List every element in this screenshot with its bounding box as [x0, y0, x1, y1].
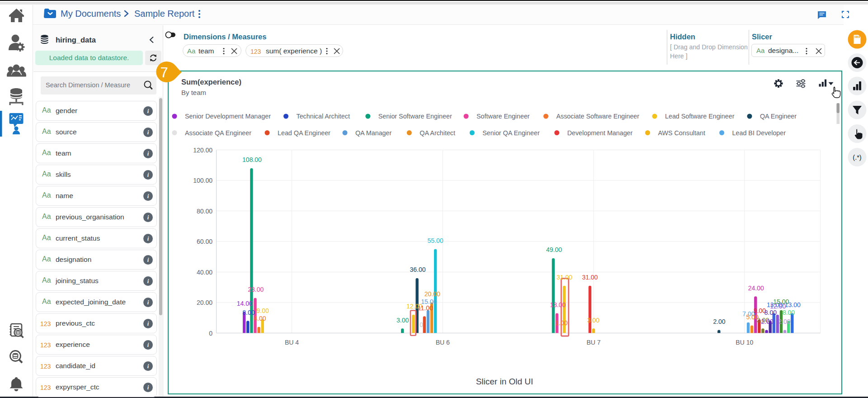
svg-text:Associate QA Engineer: Associate QA Engineer	[185, 129, 251, 137]
svg-text:40.00: 40.00	[197, 269, 212, 276]
svg-text:BU 7: BU 7	[586, 339, 600, 346]
svg-text:9.00: 9.00	[257, 307, 269, 314]
svg-text:60.00: 60.00	[197, 238, 212, 245]
svg-text:2.00: 2.00	[778, 318, 790, 325]
svg-text:QA Architect: QA Architect	[420, 129, 455, 137]
svg-text:0: 0	[420, 321, 423, 328]
svg-text:13.00: 13.00	[785, 301, 801, 308]
svg-text:3.00: 3.00	[587, 317, 599, 324]
svg-text:8.00: 8.00	[242, 309, 255, 316]
svg-text:Senior Software Engineer: Senior Software Engineer	[378, 113, 452, 120]
svg-text:24.00: 24.00	[748, 284, 764, 292]
svg-text:13.00: 13.00	[550, 301, 566, 308]
svg-text:Sum(experience): Sum(experience)	[181, 78, 241, 86]
svg-text:Technical Architect: Technical Architect	[297, 113, 350, 120]
svg-text:BU 4: BU 4	[285, 339, 299, 346]
svg-text:Associate Software Engineer: Associate Software Engineer	[557, 113, 640, 120]
svg-text:Senior Development Manager: Senior Development Manager	[185, 113, 271, 120]
svg-text:QA Engineer: QA Engineer	[760, 113, 797, 120]
svg-text:Lead Software Engineer: Lead Software Engineer	[665, 113, 735, 120]
svg-text:20.00: 20.00	[425, 290, 440, 298]
svg-text:Senior QA Engineer: Senior QA Engineer	[482, 129, 540, 137]
svg-text:14.00: 14.00	[237, 300, 253, 307]
svg-text:(.*): (.*)	[853, 154, 861, 161]
svg-text:2.00: 2.00	[713, 318, 725, 325]
svg-text:By team: By team	[181, 89, 206, 96]
svg-text:Slicer in Old UI: Slicer in Old UI	[476, 377, 533, 386]
svg-text:23.00: 23.00	[248, 286, 264, 293]
svg-text:2.00: 2.00	[761, 318, 774, 325]
svg-text:36.00: 36.00	[410, 266, 425, 273]
svg-text:BU 10: BU 10	[736, 339, 753, 346]
svg-text:8.00: 8.00	[783, 309, 795, 316]
svg-text:Software Engineer: Software Engineer	[476, 113, 530, 120]
svg-text:80.00: 80.00	[197, 208, 212, 215]
svg-text:15.00: 15.00	[421, 298, 437, 305]
svg-text:7: 7	[160, 65, 168, 81]
svg-text:3.00: 3.00	[396, 317, 409, 324]
svg-text:QA Manager: QA Manager	[355, 129, 392, 137]
svg-text:108.00: 108.00	[242, 156, 262, 163]
svg-text:100.00: 100.00	[193, 177, 212, 184]
svg-text:Lead QA Engineer: Lead QA Engineer	[278, 129, 330, 137]
svg-text:4.00: 4.00	[254, 315, 266, 322]
svg-text:31.00: 31.00	[582, 274, 598, 281]
svg-text:49.00: 49.00	[546, 246, 562, 253]
svg-text:AWS Consultant: AWS Consultant	[658, 129, 705, 137]
svg-text:31.00: 31.00	[557, 274, 572, 281]
svg-text:Lead BI Developer: Lead BI Developer	[732, 129, 786, 137]
svg-text:0: 0	[209, 330, 212, 337]
svg-text:55.00: 55.00	[428, 237, 443, 244]
svg-text:120.00: 120.00	[193, 147, 212, 154]
svg-text:20.00: 20.00	[197, 299, 212, 306]
svg-text:BU 6: BU 6	[436, 339, 450, 346]
svg-text:1.00: 1.00	[555, 319, 567, 327]
svg-text:Development Manager: Development Manager	[567, 129, 633, 137]
